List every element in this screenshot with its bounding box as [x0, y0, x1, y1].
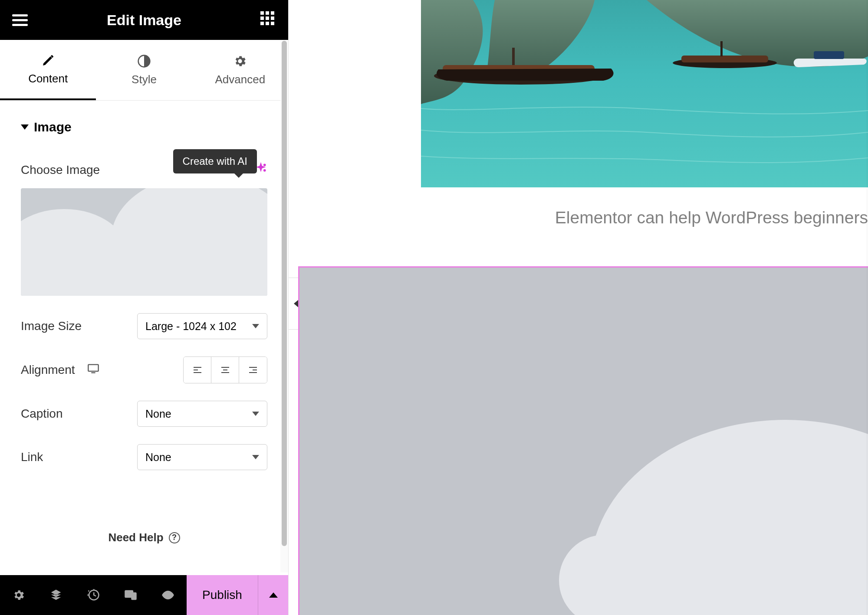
hamburger-menu-icon[interactable] — [12, 11, 30, 29]
svg-point-6 — [166, 593, 170, 597]
editor-panel: Edit Image Content Style Advanced Image — [0, 0, 289, 615]
caption-value: None — [145, 408, 171, 420]
svg-rect-5 — [132, 593, 136, 599]
canvas-caption-text: Elementor can help WordPress beginners — [555, 208, 868, 227]
navigator-icon[interactable] — [37, 575, 75, 615]
image-upload-area[interactable] — [21, 188, 267, 296]
chevron-up-icon — [269, 592, 278, 598]
section-title: Image — [34, 120, 72, 134]
selected-image-widget[interactable] — [298, 266, 868, 615]
panel-topbar: Edit Image — [0, 0, 288, 40]
panel-bottombar: Publish — [0, 575, 288, 615]
svg-point-1 — [264, 164, 265, 166]
svg-rect-3 — [88, 365, 98, 371]
link-label: Link — [21, 450, 43, 464]
editor-canvas: Elementor can help WordPress beginners — [289, 0, 868, 615]
chevron-down-icon — [252, 412, 259, 416]
image-size-value: Large - 1024 x 102 — [145, 320, 237, 333]
help-icon: ? — [169, 532, 180, 543]
align-right-button[interactable] — [239, 357, 267, 383]
image-size-select[interactable]: Large - 1024 x 102 — [137, 313, 267, 339]
tab-label: Advanced — [215, 73, 265, 86]
caption-label: Caption — [21, 407, 63, 421]
svg-rect-13 — [720, 41, 723, 56]
publish-button[interactable]: Publish — [187, 575, 258, 615]
preview-icon[interactable] — [149, 575, 187, 615]
pencil-icon — [41, 53, 56, 68]
svg-rect-10 — [512, 48, 515, 65]
alignment-label: Alignment — [21, 363, 75, 377]
publish-label: Publish — [202, 588, 242, 602]
panel-tabs: Content Style Advanced — [0, 40, 288, 101]
canvas-hero-image — [421, 0, 868, 187]
section-toggle-image[interactable]: Image — [21, 120, 267, 134]
responsive-device-icon[interactable] — [87, 363, 99, 376]
tab-label: Content — [28, 72, 68, 85]
choose-image-label: Choose Image — [21, 163, 100, 177]
align-center-button[interactable] — [211, 357, 239, 383]
settings-icon[interactable] — [0, 575, 37, 615]
link-value: None — [145, 451, 171, 464]
svg-point-2 — [264, 170, 265, 171]
gear-icon — [233, 54, 247, 69]
svg-rect-14 — [814, 51, 844, 59]
caret-down-icon — [21, 124, 29, 130]
caption-select[interactable]: None — [137, 401, 267, 427]
need-help-link[interactable]: Need Help ? — [21, 531, 267, 544]
tab-advanced[interactable]: Advanced — [192, 40, 288, 100]
tab-style[interactable]: Style — [96, 40, 192, 100]
contrast-icon — [137, 54, 151, 69]
need-help-text: Need Help — [108, 531, 163, 544]
tab-label: Style — [132, 73, 157, 86]
history-icon[interactable] — [75, 575, 112, 615]
link-select[interactable]: None — [137, 444, 267, 470]
panel-title: Edit Image — [30, 12, 259, 29]
alignment-group — [183, 357, 267, 383]
ai-tooltip: Create with AI — [173, 149, 257, 173]
publish-options-button[interactable] — [258, 575, 288, 615]
widgets-grid-icon[interactable] — [259, 11, 276, 29]
align-left-button[interactable] — [184, 357, 211, 383]
panel-scrollbar[interactable] — [280, 41, 288, 572]
tab-content[interactable]: Content — [0, 40, 96, 100]
chevron-down-icon — [252, 455, 259, 459]
svg-rect-12 — [681, 56, 768, 62]
responsive-icon[interactable] — [112, 575, 149, 615]
image-size-label: Image Size — [21, 319, 82, 333]
chevron-down-icon — [252, 324, 259, 328]
